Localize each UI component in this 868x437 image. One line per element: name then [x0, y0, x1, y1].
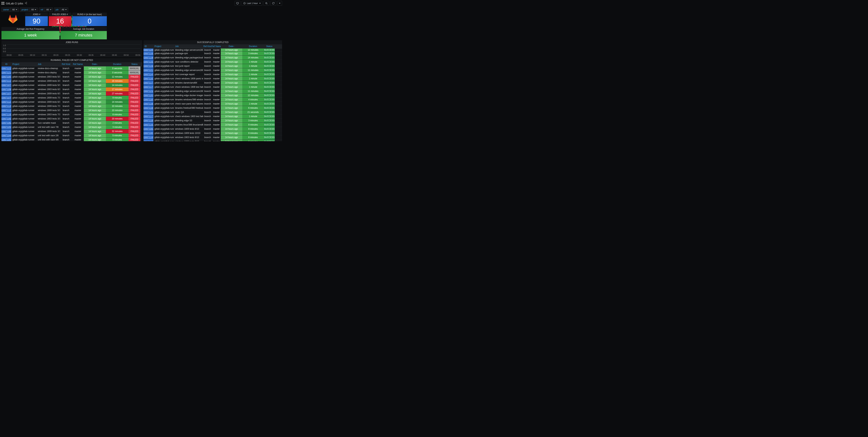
refresh-button[interactable]: [270, 1, 276, 6]
job-id-link[interactable]: 830671053: [1, 138, 11, 141]
project-cell: gitlab-org/gitlab-runner: [11, 83, 37, 87]
job-id-link[interactable]: 830671195: [144, 119, 153, 123]
job-id-link[interactable]: 830671201: [144, 93, 153, 97]
job-id-link[interactable]: 830671123: [1, 100, 11, 104]
job-id-link[interactable]: 830671171: [144, 114, 153, 119]
job-id-link[interactable]: 830671049: [1, 134, 11, 137]
job-id-link[interactable]: 830671177: [144, 81, 153, 85]
job-id-link[interactable]: 830671209: [144, 48, 153, 51]
column-header[interactable]: Date: [84, 62, 106, 66]
job-id-link[interactable]: 830671100: [1, 112, 11, 116]
job-id-link[interactable]: 830671187: [144, 98, 153, 102]
job-id-link[interactable]: 830671182: [144, 123, 153, 127]
job-id-link[interactable]: 830671097: [1, 75, 11, 79]
project-cell: gitlab-org/gitlab-runner: [153, 81, 174, 85]
zoom-out-button[interactable]: [264, 1, 269, 6]
job-id-link[interactable]: 830671098: [1, 87, 11, 91]
column-header[interactable]: Duration: [242, 44, 264, 48]
stat-jobs[interactable]: JOBS # 90: [25, 12, 48, 26]
variable-ref[interactable]: refAll: [39, 7, 53, 12]
table-body[interactable]: 830671209gitlab-org/gitlab-runnerbleedin…: [144, 48, 282, 141]
job-id-link[interactable]: 830671059: [1, 125, 11, 129]
job-id-link[interactable]: 830671160: [144, 102, 153, 106]
stat-freq[interactable]: Average Job Run Frequency 1 week: [1, 27, 60, 39]
job-id-link[interactable]: 830671214: [1, 71, 11, 75]
stat-dur[interactable]: Average Job Duration 7 minutes: [60, 27, 107, 39]
job-id-link[interactable]: 830671147: [144, 72, 153, 76]
refkind-cell: branch: [60, 104, 72, 108]
date-cell: 14 hours ago: [221, 110, 242, 114]
gitlab-logo-panel: [1, 12, 24, 26]
column-header[interactable]: Ref Name: [72, 62, 84, 66]
project-cell: gitlab-org/gitlab-runner: [11, 125, 37, 129]
column-header[interactable]: Ref Name: [212, 44, 221, 48]
duration-cell: 1 minute: [242, 72, 264, 76]
time-range-picker[interactable]: Last 1 hour: [242, 1, 262, 6]
column-header[interactable]: Status: [128, 62, 141, 66]
refresh-interval-button[interactable]: [277, 1, 282, 6]
column-header[interactable]: Ref Kind: [60, 62, 72, 66]
date-cell: 14 hours ago: [221, 139, 242, 141]
job-id-link[interactable]: 830671115: [1, 79, 11, 83]
column-header[interactable]: ID: [144, 44, 153, 48]
table-row: 830671177gitlab-org/gitlab-runnerbinarie…: [144, 81, 282, 85]
chart-jobs-runs[interactable]: JOBS RUNS 1.00.50.0 09:0009:0509:1009:15…: [1, 40, 142, 57]
job-id-link[interactable]: 830671192: [144, 52, 153, 56]
stat-runs[interactable]: RUNS # (in the last hour) 0: [72, 12, 107, 26]
job-id-link[interactable]: 830671198: [144, 56, 153, 60]
job-id-link[interactable]: 830671215: [1, 66, 11, 70]
job-id-link[interactable]: 830671062: [1, 121, 11, 125]
refname-cell: master: [72, 121, 84, 125]
job-id-link[interactable]: 830671082: [144, 127, 153, 131]
job-id-link[interactable]: 830671163: [144, 77, 153, 80]
column-header[interactable]: ID: [1, 62, 11, 66]
job-id-link[interactable]: 830671120: [1, 108, 11, 112]
job-id-link[interactable]: 830671093: [1, 117, 11, 121]
table-row: 830671128gitlab-org/gitlab-runnerwindows…: [1, 104, 142, 108]
column-header[interactable]: Project: [153, 44, 174, 48]
duration-cell: 1 minute: [242, 85, 264, 89]
duration-cell: 1 minute: [242, 102, 264, 106]
column-header[interactable]: Duration: [106, 62, 128, 66]
status-cell: FAILED: [128, 108, 141, 112]
column-header[interactable]: Job: [37, 62, 60, 66]
job-id-link[interactable]: 830671180: [144, 106, 153, 110]
refkind-cell: branch: [60, 83, 72, 87]
column-header[interactable]: Status: [264, 44, 275, 48]
column-header[interactable]: Job: [174, 44, 203, 48]
variable-project[interactable]: projectAll: [20, 7, 38, 12]
job-cell: unit test with race 7/8: [37, 125, 60, 129]
job-id-link[interactable]: 830671087: [144, 131, 153, 135]
stat-failed[interactable]: FAILED JOBS # 16: [49, 12, 71, 26]
refkind-cell: branch: [203, 56, 212, 60]
var-value: All: [60, 7, 68, 12]
column-header[interactable]: Ref Kind: [203, 44, 212, 48]
column-header[interactable]: Date: [221, 44, 242, 48]
job-cell: bleeding edge servercore1909 do...: [174, 68, 203, 72]
job-cell: windows 1903 tests 5/10: [37, 75, 60, 79]
job-id-link[interactable]: 830671073: [1, 83, 11, 87]
job-id-link[interactable]: 830671212: [144, 110, 153, 114]
job-id-link[interactable]: 830671136: [144, 139, 153, 141]
job-id-link[interactable]: 830671106: [144, 135, 153, 139]
job-id-link[interactable]: 830671211: [144, 68, 153, 72]
tv-mode-button[interactable]: [235, 1, 241, 6]
job-id-link[interactable]: 830671173: [144, 85, 153, 89]
job-id-link[interactable]: 830671077: [1, 92, 11, 96]
job-id-link[interactable]: 830671210: [144, 89, 153, 93]
job-id-link[interactable]: 830671079: [1, 96, 11, 100]
var-label: project: [20, 7, 30, 12]
refkind-cell: branch: [203, 64, 212, 68]
job-id-link[interactable]: 830671069: [1, 129, 11, 133]
job-id-link[interactable]: 830671128: [1, 104, 11, 108]
job-id-link[interactable]: 830671153: [144, 60, 153, 64]
table-body[interactable]: 830671215gitlab-org/gitlab-runnerreview-…: [1, 66, 142, 141]
share-icon[interactable]: [25, 2, 27, 5]
refname-cell: master: [212, 98, 221, 102]
table-row: 830671210gitlab-org/gitlab-runnerbleedin…: [144, 89, 282, 93]
job-id-link[interactable]: 830671150: [144, 64, 153, 68]
column-header[interactable]: Project: [11, 62, 37, 66]
variable-job[interactable]: jobAll: [54, 7, 68, 12]
variable-owner[interactable]: ownerAll: [1, 7, 19, 12]
refname-cell: master: [72, 71, 84, 75]
